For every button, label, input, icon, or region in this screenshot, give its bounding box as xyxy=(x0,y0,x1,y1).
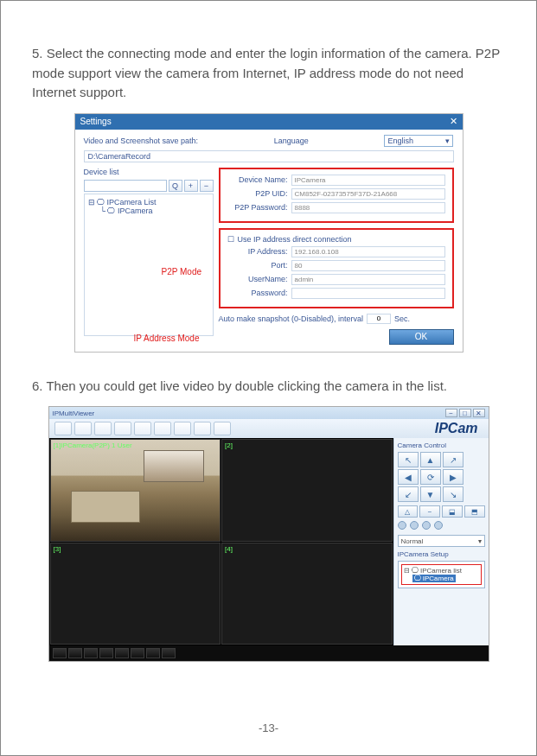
snapshot-sec: Sec. xyxy=(394,314,410,323)
p2p-password-label: P2P Password: xyxy=(227,203,288,212)
snapshot-interval-input[interactable] xyxy=(367,314,391,324)
password-label: Password: xyxy=(227,289,288,297)
toolbar-button[interactable] xyxy=(194,422,211,435)
ptz-up-icon[interactable]: ▲ xyxy=(420,452,441,467)
ptz-down-right-icon[interactable]: ↘ xyxy=(443,486,463,502)
list-root[interactable]: ⊟ 🖵 IPCamera list xyxy=(404,567,479,575)
use-ip-label: Use IP address direct connection xyxy=(238,235,352,244)
p2p-uid-input[interactable]: CM852F-02373575F37D-21A668 xyxy=(291,188,445,200)
device-name-label: Device Name: xyxy=(227,175,288,184)
device-tree: ⊟ 🖵 IPCamera List └ 🖵 IPCamera xyxy=(84,194,214,336)
use-ip-checkbox[interactable]: ☐ xyxy=(227,235,234,244)
p2p-uid-label: P2P UID: xyxy=(227,189,288,198)
viewer-toolbar: IPCam xyxy=(49,419,489,438)
p2p-mode-box: Device Name: IPCamera P2P UID: CM852F-02… xyxy=(219,168,454,223)
zoom-button[interactable]: ⬒ xyxy=(464,505,485,518)
port-input[interactable]: 80 xyxy=(291,260,445,271)
ptz-up-right-icon[interactable]: ↗ xyxy=(443,452,463,467)
zoom-button[interactable]: △ xyxy=(398,505,419,518)
close-icon[interactable]: ✕ xyxy=(450,116,457,127)
tree-root[interactable]: ⊟ 🖵 IPCamera List xyxy=(88,198,209,206)
video-cell-3[interactable]: [3] xyxy=(50,543,221,645)
toolbar-button[interactable] xyxy=(214,422,231,435)
camera-control-title: Camera Control xyxy=(398,442,485,449)
mode-select[interactable]: Normal ▾ xyxy=(398,535,485,547)
toolbar-button[interactable] xyxy=(134,422,151,435)
username-input[interactable]: admin xyxy=(291,274,445,285)
video-cell-2[interactable]: [2] xyxy=(221,439,393,542)
language-select[interactable]: English ▾ xyxy=(384,135,453,147)
video-cell-4[interactable]: [4] xyxy=(221,543,393,645)
ptz-right-icon[interactable]: ▶ xyxy=(443,469,463,485)
p2p-password-input[interactable]: 8888 xyxy=(291,202,445,213)
toolbar-button[interactable] xyxy=(174,422,191,435)
username-label: UserName: xyxy=(227,275,288,283)
tree-child[interactable]: └ 🖵 IPCamera xyxy=(100,206,209,215)
video-grid: [1]IPCamera(P2P) 1 User [2] [3] [4] xyxy=(49,438,393,645)
maximize-icon[interactable]: □ xyxy=(459,409,471,417)
zoom-button[interactable]: − xyxy=(419,505,440,518)
add-button[interactable]: + xyxy=(184,180,198,192)
ptz-controls: ↖ ▲ ↗ ◀ ⟳ ▶ ↙ ▼ ↘ xyxy=(398,452,485,502)
minimize-icon[interactable]: − xyxy=(445,409,457,417)
password-input[interactable] xyxy=(291,288,445,299)
toolbar-button[interactable] xyxy=(94,422,112,435)
toolbar-button[interactable] xyxy=(114,422,131,435)
remove-button[interactable]: − xyxy=(200,180,214,192)
indicator-dot[interactable] xyxy=(398,521,406,530)
zoom-button[interactable]: ⬓ xyxy=(442,505,463,518)
ptz-left-icon[interactable]: ◀ xyxy=(398,469,419,485)
cell-2-label: [2] xyxy=(225,442,233,449)
language-value: English xyxy=(387,137,413,145)
footer-button[interactable] xyxy=(115,648,129,658)
ptz-up-left-icon[interactable]: ↖ xyxy=(398,452,419,467)
settings-screenshot: Settings ✕ Video and Screenshot save pat… xyxy=(32,113,505,353)
indicator-dot[interactable] xyxy=(410,521,419,530)
search-input[interactable] xyxy=(84,180,167,192)
list-selected-camera[interactable]: 🖵 IPCamera xyxy=(412,575,456,582)
camera-list-highlight: ⊟ 🖵 IPCamera list 🖵 IPCamera xyxy=(401,564,482,585)
p2p-mode-annotation: P2P Mode xyxy=(162,267,202,276)
port-label: Port: xyxy=(227,261,288,270)
video-cell-1[interactable]: [1]IPCamera(P2P) 1 User xyxy=(50,439,221,542)
chevron-down-icon: ▾ xyxy=(445,137,450,145)
viewer-titlebar: IPMultiViewer − □ ✕ xyxy=(49,407,489,419)
footer-button[interactable] xyxy=(84,648,98,658)
ok-button[interactable]: OK xyxy=(389,329,454,345)
indicator-dot[interactable] xyxy=(422,521,431,530)
ipcam-logo: IPCam xyxy=(435,421,483,436)
ptz-center-icon[interactable]: ⟳ xyxy=(420,469,441,485)
footer-button[interactable] xyxy=(68,648,82,658)
cell-4-label: [4] xyxy=(225,545,233,553)
page-number: -13- xyxy=(1,721,536,734)
ip-address-input[interactable]: 192.168.0.108 xyxy=(291,246,445,257)
toolbar-button[interactable] xyxy=(74,422,92,435)
indicator-dot[interactable] xyxy=(434,521,443,530)
footer-button[interactable] xyxy=(131,648,144,658)
toolbar-button[interactable] xyxy=(154,422,171,435)
step6-text: 6. Then you could get live video by doub… xyxy=(32,377,505,397)
viewer-window: IPMultiViewer − □ ✕ IPCam [1]IPCamer xyxy=(48,406,489,662)
close-icon[interactable]: ✕ xyxy=(473,409,485,417)
footer-button[interactable] xyxy=(99,648,113,658)
chevron-down-icon: ▾ xyxy=(478,537,482,545)
device-name-input[interactable]: IPCamera xyxy=(291,175,445,186)
ip-address-label: IP Address: xyxy=(227,247,288,256)
settings-titlebar: Settings ✕ xyxy=(75,114,463,130)
mode-value: Normal xyxy=(401,537,424,545)
ptz-down-left-icon[interactable]: ↙ xyxy=(398,486,419,502)
settings-dialog: Settings ✕ Video and Screenshot save pat… xyxy=(74,113,463,353)
viewer-screenshot: IPMultiViewer − □ ✕ IPCam [1]IPCamer xyxy=(32,406,505,662)
toolbar-button[interactable] xyxy=(54,422,72,435)
step5-text: 5. Select the connecting mode and enter … xyxy=(32,44,505,103)
path-label: Video and Screenshot save path: xyxy=(84,137,198,145)
footer-button[interactable] xyxy=(146,648,160,658)
viewer-footer xyxy=(49,645,489,661)
device-list-label: Device list xyxy=(84,168,119,176)
ptz-down-icon[interactable]: ▼ xyxy=(420,486,441,502)
search-icon[interactable]: Q xyxy=(169,180,182,192)
ip-mode-box: ☐ Use IP address direct connection IP Ad… xyxy=(219,228,454,308)
footer-button[interactable] xyxy=(162,648,176,658)
path-input[interactable]: D:\CameraRecord xyxy=(84,150,454,162)
footer-button[interactable] xyxy=(53,648,67,658)
